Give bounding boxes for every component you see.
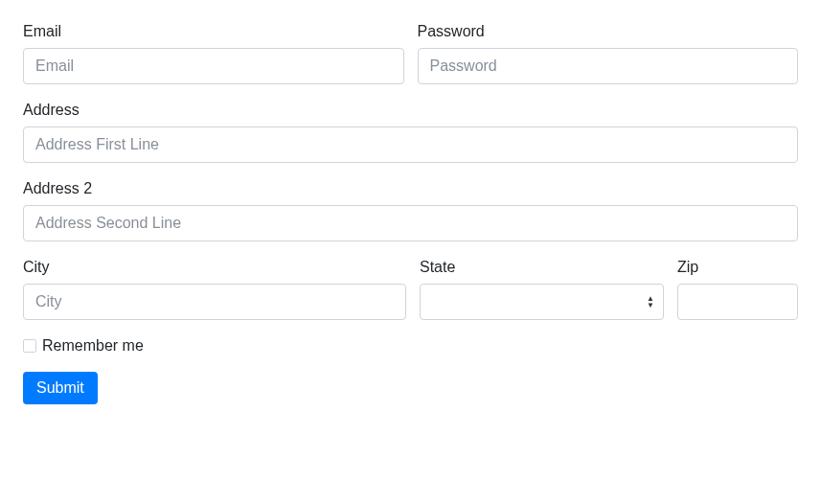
- address-field[interactable]: [23, 126, 798, 163]
- address2-field[interactable]: [23, 205, 798, 241]
- zip-field[interactable]: [677, 284, 798, 320]
- password-label: Password: [418, 23, 799, 40]
- email-label: Email: [23, 23, 404, 40]
- city-field[interactable]: [23, 284, 406, 320]
- remember-label: Remember me: [42, 337, 144, 355]
- email-field[interactable]: [23, 48, 404, 84]
- address-form: Email Password Address Address 2 City St…: [23, 23, 798, 404]
- state-select[interactable]: [420, 284, 664, 320]
- zip-label: Zip: [677, 259, 798, 276]
- address2-label: Address 2: [23, 180, 798, 197]
- state-label: State: [420, 259, 664, 276]
- city-label: City: [23, 259, 406, 276]
- address-label: Address: [23, 102, 798, 119]
- remember-checkbox[interactable]: [23, 339, 36, 353]
- password-field[interactable]: [418, 48, 799, 84]
- submit-button[interactable]: Submit: [23, 372, 98, 404]
